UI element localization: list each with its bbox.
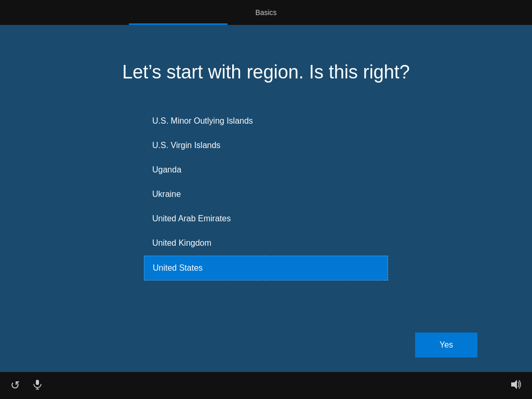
page-title: Let’s start with region. Is this right? — [122, 61, 410, 83]
mic-icon[interactable] — [32, 379, 43, 392]
main-content: Let’s start with region. Is this right? … — [0, 25, 532, 281]
bottom-right-icons — [510, 379, 522, 392]
list-item[interactable]: U.S. Minor Outlying Islands — [144, 109, 388, 134]
top-bar: Basics — [0, 0, 532, 25]
top-bar-title: Basics — [255, 8, 276, 17]
svg-marker-3 — [511, 380, 517, 389]
list-item[interactable]: United States — [144, 256, 388, 281]
bottom-taskbar: ↺ — [0, 372, 532, 399]
svg-rect-0 — [36, 380, 39, 385]
back-icon[interactable]: ↺ — [10, 379, 20, 392]
top-bar-underline — [129, 23, 228, 25]
list-item[interactable]: Ukraine — [144, 182, 388, 207]
list-item[interactable]: United Arab Emirates — [144, 207, 388, 231]
list-item[interactable]: United Kingdom — [144, 231, 388, 256]
region-list[interactable]: U.S. Minor Outlying IslandsU.S. Virgin I… — [144, 109, 388, 281]
list-item[interactable]: Uganda — [144, 158, 388, 182]
list-item[interactable]: U.S. Virgin Islands — [144, 134, 388, 158]
region-list-container: U.S. Minor Outlying IslandsU.S. Virgin I… — [144, 109, 388, 281]
volume-icon[interactable] — [510, 379, 522, 392]
bottom-left-icons: ↺ — [10, 379, 43, 392]
yes-button[interactable]: Yes — [415, 332, 477, 357]
